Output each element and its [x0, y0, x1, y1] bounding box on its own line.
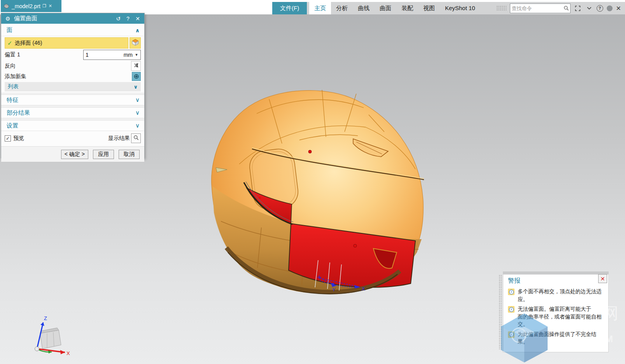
- ribbon-tab-keyshot[interactable]: KeyShot 10: [440, 2, 480, 14]
- search-icon: [562, 4, 570, 12]
- alert-panel: 警报 ✕ i 多个面不再相交，顶点处的边无法适应。 i 无法偏置面。偏置距离可能…: [503, 271, 609, 352]
- section-feature-label: 特征: [7, 96, 18, 104]
- ribbon-tab-curve[interactable]: 曲线: [353, 2, 375, 14]
- ribbon-bar: 文件(F) 主页 分析 曲线 曲面 装配 视图 KeyShot 10: [272, 2, 625, 14]
- magnifier-icon: [133, 135, 139, 142]
- alert-close-button[interactable]: ✕: [598, 274, 607, 283]
- apply-button[interactable]: 应用: [93, 150, 114, 159]
- command-search[interactable]: [510, 4, 571, 13]
- partial-results-chevron-down-icon[interactable]: ∨: [135, 109, 140, 116]
- top-bar: _model2.prt ❐ ✕ 文件(F) 主页 分析 曲线 曲面 装配 视图 …: [0, 0, 625, 14]
- section-partial-results[interactable]: 部分结果 ∨: [1, 107, 144, 118]
- alert-item-text: 为此偏置曲面操作提供了不完全结果。: [518, 331, 605, 346]
- show-result-button[interactable]: [131, 133, 141, 143]
- info-icon: i: [508, 306, 515, 313]
- alert-item: i 多个面不再相交，顶点处的边无法适应。: [503, 287, 608, 304]
- reset-icon[interactable]: ↺: [115, 16, 122, 22]
- ribbon-tab-analysis[interactable]: 分析: [331, 2, 353, 14]
- alert-item-text: 多个面不再相交，顶点处的边无法适应。: [518, 288, 605, 303]
- section-settings-label: 设置: [7, 122, 18, 130]
- face-filter-button[interactable]: [130, 37, 141, 49]
- reverse-arrows-icon: [133, 62, 140, 70]
- ribbon-tab-home[interactable]: 主页: [309, 2, 331, 14]
- info-icon: i: [508, 331, 515, 338]
- reverse-direction-button[interactable]: [131, 61, 141, 71]
- dialog-title: 偏置曲面: [14, 15, 37, 22]
- preview-label: 预览: [13, 135, 24, 142]
- ribbon-overflow-grip[interactable]: [496, 5, 506, 11]
- select-face-field[interactable]: ✓ 选择面 (46): [5, 37, 128, 49]
- alert-item: i 无法偏置面。偏置距离可能大于 面的曲率半径，或者偏置面可能自相交。: [503, 304, 608, 329]
- feature-chevron-down-icon[interactable]: ∨: [135, 96, 140, 103]
- cancel-button[interactable]: 取消: [119, 150, 140, 159]
- info-icon: i: [508, 289, 515, 295]
- ribbon-tab-view[interactable]: 视图: [418, 2, 440, 14]
- section-feature[interactable]: 特征 ∨: [1, 94, 144, 105]
- select-face-label: 选择面 (46): [15, 40, 42, 47]
- dialog-header[interactable]: ⚙ 偏置曲面 ↺ ? ✕: [1, 13, 144, 24]
- wcs-y-label: Y: [332, 287, 336, 292]
- close-window-icon[interactable]: ✕: [616, 5, 621, 12]
- ok-button[interactable]: < 确定 >: [61, 150, 88, 159]
- triad-z-label: Z: [44, 315, 47, 321]
- help-icon[interactable]: ?: [597, 5, 603, 12]
- offset-unit[interactable]: mm: [124, 52, 133, 58]
- reverse-label: 反向: [5, 63, 16, 70]
- modified-indicator-icon: ❐: [42, 4, 46, 9]
- section-settings[interactable]: 设置 ∨: [1, 120, 144, 131]
- command-search-input[interactable]: [510, 5, 562, 11]
- wcs-x-label: X: [362, 286, 365, 292]
- ribbon-tab-assembly[interactable]: 装配: [396, 2, 418, 14]
- add-new-set-button[interactable]: ⊕: [132, 72, 141, 81]
- add-new-set-label: 添加新集: [5, 73, 26, 80]
- show-result-label: 显示结果: [108, 135, 130, 142]
- section-partial-results-label: 部分结果: [7, 109, 30, 117]
- alert-top-strip: [503, 271, 609, 274]
- alert-title: 警报: [503, 275, 608, 287]
- section-face[interactable]: 面 ∧: [1, 24, 144, 36]
- chevron-up-icon[interactable]: ∧: [135, 27, 140, 33]
- plus-circle-icon: ⊕: [133, 72, 139, 80]
- offset-label: 偏置 1: [5, 51, 20, 58]
- list-chevron-down-icon[interactable]: ∨: [133, 84, 138, 90]
- alert-drag-grip[interactable]: [499, 275, 502, 349]
- status-dot-icon: [607, 5, 613, 11]
- dialog-help-icon[interactable]: ?: [124, 16, 131, 22]
- document-tab-title: _model2.prt: [12, 3, 40, 9]
- unit-dropdown-icon[interactable]: ▼: [133, 53, 140, 57]
- fullscreen-icon[interactable]: [574, 4, 582, 12]
- offset-value-input[interactable]: [84, 52, 111, 58]
- view-triad: Z X: [21, 313, 72, 356]
- offset-value-field[interactable]: mm ▼: [83, 50, 141, 60]
- settings-chevron-down-icon[interactable]: ∨: [135, 122, 140, 129]
- part-icon: [3, 3, 10, 9]
- dialog-close-icon[interactable]: ✕: [134, 16, 141, 22]
- gear-icon: ⚙: [4, 16, 11, 22]
- ribbon-tab-surface[interactable]: 曲面: [375, 2, 396, 14]
- list-section[interactable]: 列表 ∨: [5, 82, 141, 91]
- section-face-label: 面: [7, 26, 12, 34]
- alert-item: i 为此偏置曲面操作提供了不完全结果。: [503, 329, 608, 347]
- offset-surface-dialog: ⚙ 偏置曲面 ↺ ? ✕ 面 ∧ ✓ 选择面 (46): [1, 13, 145, 158]
- alert-item-text: 无法偏置面。偏置距离可能大于 面的曲率半径，或者偏置面可能自相交。: [518, 305, 605, 328]
- list-label: 列表: [8, 83, 19, 90]
- preview-checkbox[interactable]: ✓: [5, 135, 11, 142]
- minimize-ribbon-icon[interactable]: [585, 4, 593, 12]
- check-icon: ✓: [7, 40, 12, 47]
- triad-x-label: X: [67, 350, 70, 356]
- cube-icon: [131, 38, 139, 47]
- helmet-model: X Y: [202, 84, 428, 302]
- file-menu-button[interactable]: 文件(F): [272, 2, 307, 14]
- document-tab[interactable]: _model2.prt ❐ ✕: [1, 0, 61, 12]
- tab-close-icon[interactable]: ✕: [49, 4, 52, 9]
